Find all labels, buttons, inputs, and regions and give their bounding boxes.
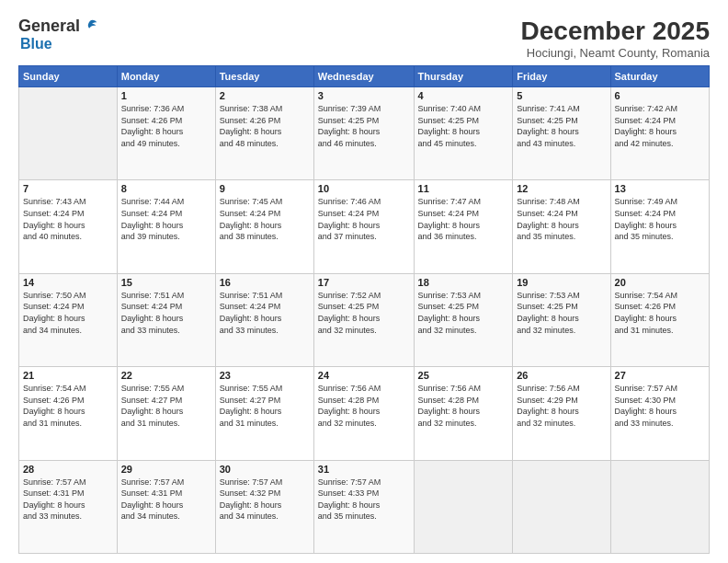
day-number: 28: [23, 464, 113, 475]
day-number: 7: [23, 183, 113, 194]
day-number: 21: [23, 370, 113, 381]
logo-bird-icon: [82, 18, 98, 35]
month-title: December 2025: [521, 17, 710, 46]
day-cell: 18Sunrise: 7:53 AM Sunset: 4:25 PM Dayli…: [414, 273, 513, 366]
day-number: 29: [121, 464, 211, 475]
day-header-friday: Friday: [513, 66, 610, 87]
day-info: Sunrise: 7:51 AM Sunset: 4:24 PM Dayligh…: [220, 290, 310, 336]
day-info: Sunrise: 7:44 AM Sunset: 4:24 PM Dayligh…: [121, 196, 211, 242]
day-number: 27: [615, 370, 705, 381]
day-info: Sunrise: 7:39 AM Sunset: 4:25 PM Dayligh…: [318, 103, 410, 149]
day-number: 6: [615, 90, 705, 101]
day-number: 24: [318, 370, 410, 381]
day-header-tuesday: Tuesday: [215, 66, 313, 87]
day-info: Sunrise: 7:52 AM Sunset: 4:25 PM Dayligh…: [318, 290, 410, 336]
day-info: Sunrise: 7:49 AM Sunset: 4:24 PM Dayligh…: [615, 196, 705, 242]
day-header-sunday: Sunday: [19, 66, 118, 87]
day-info: Sunrise: 7:36 AM Sunset: 4:26 PM Dayligh…: [121, 103, 211, 149]
week-row-1: 7Sunrise: 7:43 AM Sunset: 4:24 PM Daylig…: [19, 180, 710, 273]
day-number: 20: [615, 277, 705, 288]
day-number: 14: [23, 277, 113, 288]
day-cell: 20Sunrise: 7:54 AM Sunset: 4:26 PM Dayli…: [610, 273, 709, 366]
day-cell: 15Sunrise: 7:51 AM Sunset: 4:24 PM Dayli…: [117, 273, 215, 366]
day-number: 17: [318, 277, 410, 288]
day-number: 22: [121, 370, 211, 381]
calendar-header-row: SundayMondayTuesdayWednesdayThursdayFrid…: [19, 66, 710, 87]
day-cell: 28Sunrise: 7:57 AM Sunset: 4:31 PM Dayli…: [19, 460, 118, 553]
week-row-3: 21Sunrise: 7:54 AM Sunset: 4:26 PM Dayli…: [19, 367, 710, 460]
day-info: Sunrise: 7:55 AM Sunset: 4:27 PM Dayligh…: [220, 383, 310, 429]
day-cell: 24Sunrise: 7:56 AM Sunset: 4:28 PM Dayli…: [313, 367, 414, 460]
title-block: December 2025 Hociungi, Neamt County, Ro…: [521, 17, 710, 60]
day-info: Sunrise: 7:56 AM Sunset: 4:28 PM Dayligh…: [418, 383, 509, 429]
day-info: Sunrise: 7:57 AM Sunset: 4:31 PM Dayligh…: [23, 477, 113, 523]
day-number: 13: [615, 183, 705, 194]
day-cell: 26Sunrise: 7:56 AM Sunset: 4:29 PM Dayli…: [513, 367, 610, 460]
day-number: 4: [418, 90, 509, 101]
location: Hociungi, Neamt County, Romania: [521, 46, 710, 60]
day-cell: [414, 460, 513, 553]
header: General Blue December 2025 Hociungi, Nea…: [18, 17, 710, 60]
day-cell: 27Sunrise: 7:57 AM Sunset: 4:30 PM Dayli…: [610, 367, 709, 460]
day-info: Sunrise: 7:57 AM Sunset: 4:32 PM Dayligh…: [220, 477, 310, 523]
day-number: 5: [517, 90, 606, 101]
page: General Blue December 2025 Hociungi, Nea…: [0, 0, 728, 563]
day-info: Sunrise: 7:51 AM Sunset: 4:24 PM Dayligh…: [121, 290, 211, 336]
day-header-monday: Monday: [117, 66, 215, 87]
day-number: 16: [220, 277, 310, 288]
day-cell: 21Sunrise: 7:54 AM Sunset: 4:26 PM Dayli…: [19, 367, 118, 460]
day-cell: 3Sunrise: 7:39 AM Sunset: 4:25 PM Daylig…: [313, 87, 414, 180]
day-cell: 16Sunrise: 7:51 AM Sunset: 4:24 PM Dayli…: [215, 273, 313, 366]
day-info: Sunrise: 7:57 AM Sunset: 4:33 PM Dayligh…: [318, 477, 410, 523]
day-cell: [19, 87, 118, 180]
day-number: 26: [517, 370, 606, 381]
logo-general: General: [18, 17, 80, 36]
day-cell: 23Sunrise: 7:55 AM Sunset: 4:27 PM Dayli…: [215, 367, 313, 460]
week-row-0: 1Sunrise: 7:36 AM Sunset: 4:26 PM Daylig…: [19, 87, 710, 180]
logo-blue-text: Blue: [20, 36, 52, 52]
calendar: SundayMondayTuesdayWednesdayThursdayFrid…: [18, 65, 710, 554]
day-info: Sunrise: 7:45 AM Sunset: 4:24 PM Dayligh…: [220, 196, 310, 242]
logo-text: General: [18, 17, 98, 36]
day-cell: 4Sunrise: 7:40 AM Sunset: 4:25 PM Daylig…: [414, 87, 513, 180]
day-number: 19: [517, 277, 606, 288]
day-cell: 8Sunrise: 7:44 AM Sunset: 4:24 PM Daylig…: [117, 180, 215, 273]
day-info: Sunrise: 7:50 AM Sunset: 4:24 PM Dayligh…: [23, 290, 113, 336]
day-cell: 29Sunrise: 7:57 AM Sunset: 4:31 PM Dayli…: [117, 460, 215, 553]
day-number: 3: [318, 90, 410, 101]
day-number: 30: [220, 464, 310, 475]
day-info: Sunrise: 7:40 AM Sunset: 4:25 PM Dayligh…: [418, 103, 509, 149]
day-cell: [513, 460, 610, 553]
day-cell: 12Sunrise: 7:48 AM Sunset: 4:24 PM Dayli…: [513, 180, 610, 273]
day-cell: 31Sunrise: 7:57 AM Sunset: 4:33 PM Dayli…: [313, 460, 414, 553]
day-number: 11: [418, 183, 509, 194]
day-cell: 1Sunrise: 7:36 AM Sunset: 4:26 PM Daylig…: [117, 87, 215, 180]
day-cell: 14Sunrise: 7:50 AM Sunset: 4:24 PM Dayli…: [19, 273, 118, 366]
day-header-saturday: Saturday: [610, 66, 709, 87]
day-cell: 6Sunrise: 7:42 AM Sunset: 4:24 PM Daylig…: [610, 87, 709, 180]
logo: General Blue: [18, 17, 98, 52]
day-info: Sunrise: 7:53 AM Sunset: 4:25 PM Dayligh…: [418, 290, 509, 336]
day-number: 1: [121, 90, 211, 101]
day-number: 12: [517, 183, 606, 194]
day-info: Sunrise: 7:38 AM Sunset: 4:26 PM Dayligh…: [220, 103, 310, 149]
day-info: Sunrise: 7:56 AM Sunset: 4:28 PM Dayligh…: [318, 383, 410, 429]
day-cell: 2Sunrise: 7:38 AM Sunset: 4:26 PM Daylig…: [215, 87, 313, 180]
week-row-2: 14Sunrise: 7:50 AM Sunset: 4:24 PM Dayli…: [19, 273, 710, 366]
day-info: Sunrise: 7:46 AM Sunset: 4:24 PM Dayligh…: [318, 196, 410, 242]
week-row-4: 28Sunrise: 7:57 AM Sunset: 4:31 PM Dayli…: [19, 460, 710, 553]
day-cell: 22Sunrise: 7:55 AM Sunset: 4:27 PM Dayli…: [117, 367, 215, 460]
day-number: 9: [220, 183, 310, 194]
day-cell: 25Sunrise: 7:56 AM Sunset: 4:28 PM Dayli…: [414, 367, 513, 460]
day-info: Sunrise: 7:55 AM Sunset: 4:27 PM Dayligh…: [121, 383, 211, 429]
day-info: Sunrise: 7:54 AM Sunset: 4:26 PM Dayligh…: [23, 383, 113, 429]
day-info: Sunrise: 7:57 AM Sunset: 4:31 PM Dayligh…: [121, 477, 211, 523]
day-cell: [610, 460, 709, 553]
day-cell: 11Sunrise: 7:47 AM Sunset: 4:24 PM Dayli…: [414, 180, 513, 273]
day-cell: 30Sunrise: 7:57 AM Sunset: 4:32 PM Dayli…: [215, 460, 313, 553]
day-header-wednesday: Wednesday: [313, 66, 414, 87]
day-number: 18: [418, 277, 509, 288]
day-info: Sunrise: 7:42 AM Sunset: 4:24 PM Dayligh…: [615, 103, 705, 149]
day-number: 23: [220, 370, 310, 381]
day-cell: 13Sunrise: 7:49 AM Sunset: 4:24 PM Dayli…: [610, 180, 709, 273]
